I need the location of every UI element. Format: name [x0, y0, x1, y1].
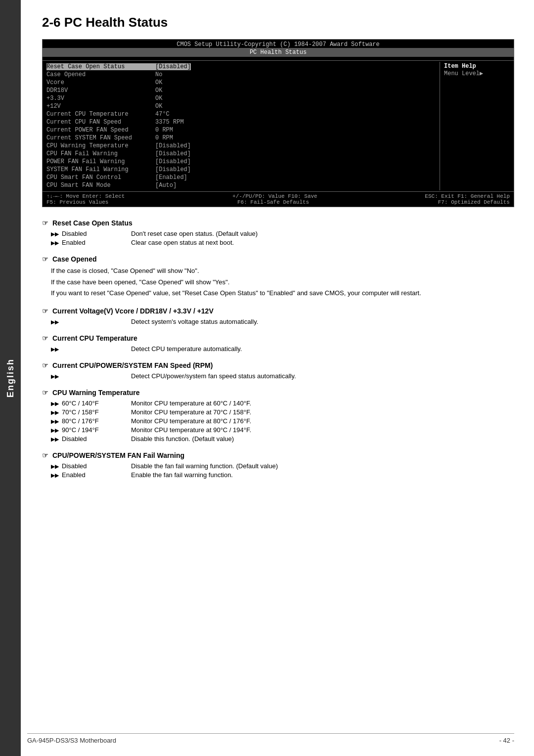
- sections: ☞Reset Case Open Status▶▶DisabledDon't r…: [42, 219, 514, 479]
- bios-footer-failsafe: F6: Fail-Safe Defaults: [237, 199, 309, 205]
- bios-right-panel: Item Help Menu Level▶: [440, 62, 514, 190]
- bios-row: +3.3VOK: [46, 94, 436, 102]
- option-desc: Disable this function. (Default value): [131, 435, 234, 443]
- bios-row-value: [Disabled]: [155, 166, 191, 173]
- section-title: CPU Warning Temperature: [52, 389, 140, 397]
- bios-row-value: OK: [155, 87, 162, 94]
- bios-row-value: 0 RPM: [155, 134, 173, 141]
- bios-help-title: Item Help: [444, 63, 510, 70]
- option-label: Enabled: [62, 471, 131, 479]
- bios-row-label: POWER FAN Fail Warning: [46, 158, 155, 165]
- bios-row-label: +3.3V: [46, 95, 155, 102]
- option-row: ▶▶60°C / 140°FMonitor CPU temperature at…: [51, 400, 514, 407]
- bios-header-line1: CMOS Setup Utility-Copyright (C) 1984-20…: [43, 41, 514, 48]
- section-content: ▶▶Detect CPU/power/system fan speed stat…: [51, 372, 514, 380]
- option-bullet: ▶▶: [51, 346, 59, 353]
- main-content: 2-6 PC Health Status CMOS Setup Utility-…: [27, 0, 534, 507]
- section-title: Current CPU Temperature: [52, 334, 137, 342]
- bios-row-value: [Enabled]: [155, 174, 187, 181]
- section-title: Current Voltage(V) Vcore / DDR18V / +3.3…: [52, 307, 214, 315]
- option-desc: Monitor CPU temperature at 60°C / 140°F.: [131, 400, 251, 407]
- option-label: 70°C / 158°F: [62, 408, 131, 416]
- bios-row: Current CPU Temperature47°C: [46, 110, 436, 118]
- section-icon: ☞: [42, 389, 48, 397]
- page-footer: GA-945P-DS3/S3 Motherboard - 42 -: [27, 733, 514, 744]
- bios-row: CPU Smart FAN Control[Enabled]: [46, 174, 436, 181]
- bios-row: DDR18VOK: [46, 87, 436, 94]
- section-content: ▶▶Detect CPU temperature automatically.: [51, 345, 514, 353]
- section-header: ☞Reset Case Open Status: [42, 219, 514, 227]
- option-row: ▶▶EnabledClear case open status at next …: [51, 239, 514, 246]
- bios-row-value: 47°C: [155, 111, 170, 118]
- bios-row-label: Current POWER FAN Speed: [46, 127, 155, 133]
- option-row: ▶▶90°C / 194°FMonitor CPU temperature at…: [51, 426, 514, 434]
- section-title: CPU/POWER/SYSTEM FAN Fail Warning: [52, 451, 184, 459]
- section-header: ☞Current CPU/POWER/SYSTEM FAN Speed (RPM…: [42, 361, 514, 369]
- option-label: Disabled: [62, 435, 131, 443]
- bios-footer-prev: F5: Previous Values: [46, 199, 108, 205]
- bios-row-label: SYSTEM FAN Fail Warning: [46, 166, 155, 173]
- section-current-voltage: ☞Current Voltage(V) Vcore / DDR18V / +3.…: [42, 307, 514, 325]
- bios-footer-optimized: F7: Optimized Defaults: [438, 199, 510, 205]
- option-desc: Monitor CPU temperature at 90°C / 194°F.: [131, 426, 251, 434]
- bios-row-label: Current SYSTEM FAN Speed: [46, 134, 155, 141]
- section-icon: ☞: [42, 307, 48, 315]
- option-bullet: ▶▶: [51, 400, 59, 407]
- option-bullet: ▶▶: [51, 231, 59, 237]
- option-desc: Disable the fan fail warning function. (…: [131, 462, 278, 470]
- section-header: ☞Current CPU Temperature: [42, 334, 514, 342]
- option-bullet: ▶▶: [51, 427, 59, 434]
- option-desc: Don't reset case open status. (Default v…: [131, 230, 258, 237]
- sidebar-label: English: [5, 358, 16, 398]
- option-label: 80°C / 176°F: [62, 417, 131, 425]
- bios-footer-exit: ESC: Exit F1: General Help: [425, 193, 510, 199]
- section-current-cpu-temp: ☞Current CPU Temperature▶▶Detect CPU tem…: [42, 334, 514, 353]
- bios-row-label: CPU Smart FAN Control: [46, 174, 155, 181]
- bios-row: Current SYSTEM FAN Speed0 RPM: [46, 134, 436, 142]
- footer-page: - 42 -: [499, 737, 514, 744]
- bios-left-panel: Reset Case Open Status[Disabled]Case Ope…: [43, 62, 440, 190]
- bios-screenshot: CMOS Setup Utility-Copyright (C) 1984-20…: [42, 39, 514, 207]
- section-header: ☞Current Voltage(V) Vcore / DDR18V / +3.…: [42, 307, 514, 315]
- option-label: Disabled: [62, 230, 131, 237]
- section-icon: ☞: [42, 451, 48, 459]
- bios-footer-row2: F5: Previous Values F6: Fail-Safe Defaul…: [46, 199, 510, 205]
- option-bullet: ▶▶: [51, 436, 59, 443]
- bios-row-label: CPU Warning Temperature: [46, 142, 155, 149]
- option-row: ▶▶70°C / 158°FMonitor CPU temperature at…: [51, 408, 514, 416]
- bios-footer-move: ↑↓→←: Move Enter: Select: [46, 193, 125, 199]
- bios-row: POWER FAN Fail Warning[Disabled]: [46, 158, 436, 166]
- bios-row: SYSTEM FAN Fail Warning[Disabled]: [46, 166, 436, 174]
- option-row: ▶▶EnabledEnable the fan fail warning fun…: [51, 471, 514, 479]
- option-label: Disabled: [62, 462, 131, 470]
- bios-row-label: +12V: [46, 103, 155, 110]
- option-label: Enabled: [62, 239, 131, 246]
- option-bullet: ▶▶: [51, 472, 59, 479]
- section-icon: ☞: [42, 334, 48, 342]
- option-desc: Detect CPU/power/system fan speed status…: [131, 372, 296, 380]
- section-header: ☞CPU/POWER/SYSTEM FAN Fail Warning: [42, 451, 514, 459]
- option-label: 60°C / 140°F: [62, 400, 131, 407]
- option-bullet: ▶▶: [51, 319, 59, 325]
- section-content: ▶▶DisabledDon't reset case open status. …: [51, 230, 514, 246]
- bios-row-label: Reset Case Open Status: [46, 63, 155, 70]
- section-reset-case-open-status: ☞Reset Case Open Status▶▶DisabledDon't r…: [42, 219, 514, 246]
- bios-row-label: CPU FAN Fail Warning: [46, 150, 155, 157]
- option-bullet: ▶▶: [51, 240, 59, 246]
- bios-row-value: OK: [155, 79, 162, 86]
- section-title: Current CPU/POWER/SYSTEM FAN Speed (RPM): [52, 361, 213, 369]
- bios-row-value: 0 RPM: [155, 127, 173, 133]
- section-header: ☞Case Opened: [42, 255, 514, 263]
- bios-row-value: OK: [155, 103, 162, 110]
- sidebar: English: [0, 0, 21, 756]
- option-row: ▶▶DisabledDisable the fan fail warning f…: [51, 462, 514, 470]
- option-desc: Detect CPU temperature automatically.: [131, 345, 242, 353]
- section-fan-fail-warning: ☞CPU/POWER/SYSTEM FAN Fail Warning▶▶Disa…: [42, 451, 514, 479]
- footer-model: GA-945P-DS3/S3 Motherboard: [27, 737, 116, 744]
- bios-row: Current POWER FAN Speed0 RPM: [46, 126, 436, 134]
- bios-header: CMOS Setup Utility-Copyright (C) 1984-20…: [43, 40, 514, 61]
- option-bullet: ▶▶: [51, 463, 59, 470]
- section-case-opened: ☞Case OpenedIf the case is closed, "Case…: [42, 255, 514, 298]
- section-header: ☞CPU Warning Temperature: [42, 389, 514, 397]
- bios-row: CPU Smart FAN Mode[Auto]: [46, 181, 436, 189]
